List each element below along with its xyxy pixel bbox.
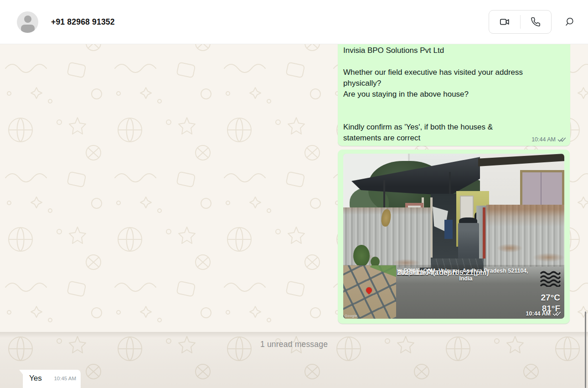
delivered-double-check-icon — [552, 311, 561, 316]
video-call-button[interactable] — [489, 10, 520, 33]
temperature-celsius: 27°C — [541, 293, 560, 303]
message-time: 10:44 AM — [526, 310, 551, 317]
message-text: Yes — [29, 374, 42, 383]
contact-avatar[interactable] — [17, 11, 38, 33]
video-camera-icon — [499, 16, 511, 27]
house-photo[interactable]: Google FQW6+C9M, Velpuru, Andhra Pradesh… — [343, 154, 564, 319]
map-pin-icon — [365, 286, 373, 294]
gps-datetime: 2025-11-04(Tue) 05:21(pm) — [397, 267, 489, 278]
map-green-area — [370, 265, 396, 278]
search-icon — [564, 17, 574, 27]
contact-name[interactable]: +91 82968 91352 — [51, 0, 115, 44]
chat-header: +91 82968 91352 — [0, 0, 588, 44]
unread-messages-label: 1 unread message — [0, 340, 588, 349]
call-buttons-group — [489, 10, 552, 34]
image-message-meta: 10:44 AM — [526, 310, 561, 317]
photo-door-split — [541, 172, 542, 206]
map-watermark: Google — [345, 314, 357, 318]
photo-shrub — [353, 245, 370, 267]
chat-scrollbar-thumb[interactable] — [585, 311, 586, 388]
unread-messages-band: 1 unread message — [0, 332, 588, 388]
message-meta: 10:44 AM — [531, 136, 566, 143]
avatar-person-icon — [21, 25, 35, 33]
photo-door — [520, 170, 564, 208]
photo-blue-cloth — [444, 220, 453, 239]
bubble-tail — [19, 370, 23, 374]
message-time: 10:44 AM — [531, 136, 556, 143]
phone-icon — [531, 17, 541, 27]
delivered-double-check-icon — [557, 137, 566, 142]
triple-wave-icon — [540, 270, 561, 287]
photo-red-post — [483, 207, 485, 259]
message-incoming-text[interactable]: Yes 10:45 AM — [23, 370, 81, 388]
message-outgoing-image[interactable]: Google FQW6+C9M, Velpuru, Andhra Pradesh… — [338, 150, 570, 324]
message-time: 10:45 AM — [54, 376, 76, 381]
photo-appliance — [458, 223, 479, 263]
search-button[interactable] — [561, 14, 578, 30]
avatar-person-icon — [24, 16, 31, 23]
photo-corrugated-fence-right — [486, 205, 564, 267]
message-text: Invisia BPO Solutions Pvt Ltd Whether ou… — [343, 45, 565, 144]
gps-map-inset: Google — [343, 265, 396, 319]
whatsapp-chat-window: Invisia BPO Solutions Pvt Ltd Whether ou… — [0, 0, 588, 388]
voice-call-button[interactable] — [521, 10, 552, 33]
weather-logo — [540, 270, 561, 287]
message-outgoing-text[interactable]: Invisia BPO Solutions Pvt Ltd Whether ou… — [338, 41, 570, 146]
